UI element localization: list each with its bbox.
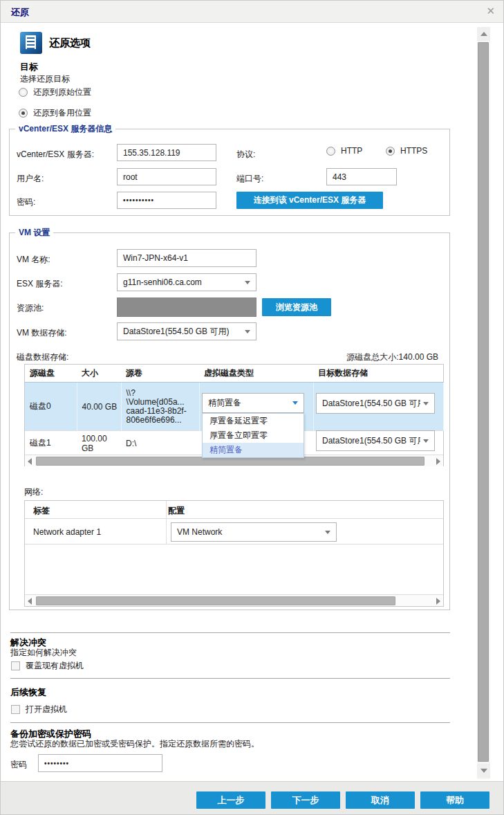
previous-button[interactable]: 上一步: [196, 791, 265, 809]
target-heading: 目标: [20, 61, 38, 73]
port-label: 端口号:: [236, 173, 263, 185]
chevron-down-icon: [325, 531, 330, 534]
http-label: HTTP: [341, 146, 362, 156]
vcenter-groupbox: vCenter/ESX 服务器信息 vCenter/ESX 服务器: 155.3…: [9, 129, 450, 216]
browse-resource-pool-button[interactable]: 浏览资源池: [262, 298, 331, 316]
esx-server-label: ESX 服务器:: [17, 278, 63, 290]
connect-button[interactable]: 连接到该 vCenter/ESX 服务器: [236, 192, 383, 209]
post-recovery-heading: 后续恢复: [10, 686, 46, 699]
col-tag: 标签: [33, 505, 50, 517]
disk0-size: 40.00 GB: [77, 383, 121, 431]
username-input[interactable]: root: [117, 168, 216, 185]
next-button[interactable]: 下一步: [271, 791, 340, 809]
scroll-right-icon[interactable]: [436, 598, 440, 605]
checkbox-icon[interactable]: [11, 661, 20, 670]
chevron-down-icon: [423, 402, 429, 405]
col-size: 大小: [77, 365, 121, 383]
password-label: 密码:: [17, 196, 35, 208]
checkbox-icon[interactable]: [11, 705, 20, 714]
radio-selected-icon[interactable]: [19, 109, 28, 118]
titlebar: 还原 ✕: [1, 1, 503, 23]
vm-name-input[interactable]: Win7-JPN-x64-v1: [117, 249, 256, 267]
vm-name-value: Win7-JPN-x64-v1: [123, 253, 188, 263]
https-label: HTTPS: [400, 146, 427, 156]
power-on-vm-label: 打开虚拟机: [26, 704, 67, 715]
divider: [10, 632, 450, 633]
disk1-datastore-dropdown[interactable]: DataStore1(554.50 GB 可用): [316, 430, 435, 451]
disk1-volume: D:\: [121, 431, 199, 456]
server-value: 155.35.128.119: [123, 148, 180, 158]
disk-table-header: 源磁盘 大小 源卷 虚拟磁盘类型 目标数据存储: [25, 365, 443, 383]
username-label: 用户名:: [17, 173, 44, 185]
disk0-type-dropdown[interactable]: 精简置备: [202, 393, 304, 413]
network-adapter-name: Network adapter 1: [33, 527, 101, 537]
radio-original-label: 还原到原始位置: [33, 86, 91, 98]
password-input[interactable]: ••••••••••: [117, 192, 216, 209]
network-config-dropdown[interactable]: VM Network: [171, 522, 337, 542]
radio-alternate-location[interactable]: 还原到备用位置: [19, 107, 91, 119]
restore-options-icon: [20, 32, 42, 54]
radio-selected-icon[interactable]: [386, 147, 395, 156]
disk1-datastore-value: DataStore1(554.50 GB 可用): [322, 435, 420, 447]
vm-settings-groupbox: VM 设置 VM 名称: Win7-JPN-x64-v1 ESX 服务器: g1…: [9, 232, 450, 610]
disk0-datastore-dropdown[interactable]: DataStore1(554.50 GB 可用): [316, 393, 435, 414]
overwrite-vm-checkbox-row[interactable]: 覆盖现有虚拟机: [11, 660, 84, 672]
radio-https[interactable]: HTTPS: [386, 146, 427, 156]
radio-icon[interactable]: [326, 147, 335, 156]
radio-http[interactable]: HTTP: [326, 146, 362, 156]
vertical-scrollbar[interactable]: [477, 27, 490, 779]
disk1-name: 磁盘1: [25, 431, 77, 456]
vm-settings-legend: VM 设置: [15, 227, 53, 239]
power-on-vm-checkbox-row[interactable]: 打开虚拟机: [11, 704, 67, 715]
overwrite-vm-label: 覆盖现有虚拟机: [26, 660, 84, 672]
target-subheading: 选择还原目标: [20, 73, 70, 85]
chevron-down-icon: [292, 401, 298, 405]
disk1-size: 100.00 GB: [77, 431, 121, 456]
disk-type-dropdown-menu: 厚置备延迟置零 厚置备立即置零 精简置备: [202, 413, 304, 458]
total-disk-size: 源磁盘总大小:140.00 GB: [285, 351, 438, 363]
page-title: 还原选项: [49, 37, 91, 50]
divider: [10, 722, 450, 723]
cancel-button[interactable]: 取消: [346, 791, 415, 809]
radio-icon[interactable]: [19, 88, 28, 97]
menu-item-thick-lazy[interactable]: 厚置备延迟置零: [203, 414, 304, 428]
server-label: vCenter/ESX 服务器:: [17, 149, 94, 161]
server-input[interactable]: 155.35.128.119: [117, 144, 216, 161]
port-value: 443: [333, 172, 346, 182]
help-button[interactable]: 帮助: [420, 791, 489, 809]
scroll-up-button[interactable]: [477, 27, 490, 41]
scroll-down-icon: [480, 769, 487, 773]
port-input[interactable]: 443: [326, 168, 397, 185]
scroll-left-icon[interactable]: [28, 458, 32, 465]
vscrollbar-thumb[interactable]: [478, 42, 489, 762]
disk0-name: 磁盘0: [25, 383, 77, 431]
resource-pool-label: 资源池:: [17, 302, 44, 314]
menu-item-thick-eager[interactable]: 厚置备立即置零: [203, 428, 304, 443]
scroll-down-button[interactable]: [477, 764, 490, 778]
network-table-hscrollbar[interactable]: [25, 594, 443, 606]
divider: [10, 678, 450, 679]
conflict-subheading: 指定如何解决冲突: [10, 647, 77, 659]
scroll-right-icon[interactable]: [436, 458, 440, 465]
col-source-disk: 源磁盘: [25, 365, 77, 383]
close-icon[interactable]: ✕: [486, 5, 495, 17]
encryption-password-input[interactable]: ••••••••: [38, 754, 162, 772]
disk0-type-value: 精简置备: [208, 397, 290, 409]
divider: [25, 544, 443, 544]
encryption-description: 您尝试还原的数据已加密或受密码保护。指定还原数据所需的密码。: [10, 738, 259, 750]
username-value: root: [123, 172, 138, 182]
network-label: 网络:: [24, 486, 43, 498]
disk-datastore-label: 磁盘数据存储:: [17, 351, 68, 363]
scroll-left-icon[interactable]: [28, 598, 32, 605]
vm-datastore-label: VM 数据存储:: [17, 327, 67, 339]
menu-item-thin[interactable]: 精简置备: [203, 443, 304, 457]
vm-datastore-dropdown[interactable]: DataStore1(554.50 GB 可用): [117, 322, 256, 340]
chevron-down-icon: [423, 439, 429, 443]
hscrollbar-thumb[interactable]: [36, 596, 395, 605]
restore-dialog: 还原 ✕ 还原选项 目标 选择还原目标 还原到原始位置 还原到备用位置 vCen…: [0, 0, 504, 815]
radio-original-location[interactable]: 还原到原始位置: [19, 86, 91, 98]
col-target-datastore: 目标数据存储: [313, 365, 443, 383]
protocol-label: 协议:: [236, 149, 255, 161]
esx-server-dropdown[interactable]: g11n-senhi06.ca.com: [117, 273, 256, 291]
resource-pool-field-disabled: [117, 297, 256, 317]
